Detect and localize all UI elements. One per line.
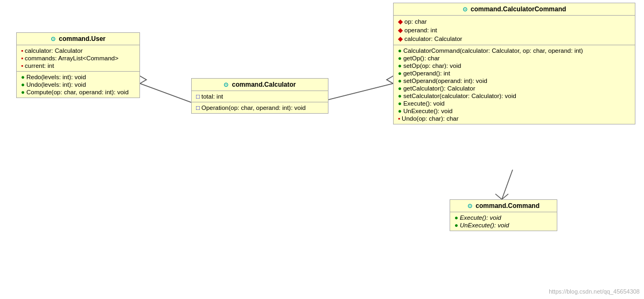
- class-command-title: command.Command: [475, 202, 540, 210]
- class-user-title: command.User: [59, 35, 106, 43]
- calccommand-field-3: ◆calculator: Calculator: [398, 34, 631, 43]
- class-user-fields: calculator: Calculator commands: ArrayLi…: [17, 45, 139, 72]
- calccommand-method-10: Undo(op: char): char: [398, 115, 631, 122]
- calculator-field-1: total: int: [196, 93, 324, 100]
- calccommand-method-8: Execute(): void: [398, 100, 631, 107]
- public-icon: [21, 89, 26, 95]
- diagram-container: ⊙ command.User calculator: Calculator co…: [0, 0, 644, 299]
- package-icon: [196, 93, 201, 100]
- class-command: ⊙ command.Command Execute(): void UnExec…: [450, 199, 557, 231]
- calccommand-method-3: setOp(op: char): void: [398, 62, 631, 69]
- command-method-2: UnExecute(): void: [454, 221, 552, 229]
- package-icon: [196, 105, 201, 111]
- public-icon: [398, 85, 403, 92]
- calccommand-method-6: getCalculator(): Calculator: [398, 85, 631, 92]
- class-calculator-title: command.Calculator: [232, 81, 296, 88]
- user-field-1: calculator: Calculator: [21, 47, 135, 54]
- public-icon: [398, 93, 403, 99]
- calculator-method-1: Operation(op: char, operand: int): void: [196, 104, 324, 112]
- command-method-1: Execute(): void: [454, 214, 552, 221]
- class-calculator: ⊙ command.Calculator total: int Operatio…: [191, 78, 328, 114]
- class-user-methods: Redo(levels: int): void Undo(levels: int…: [17, 72, 139, 98]
- watermark: https://blog.csdn.net/qq_45654308: [549, 288, 640, 295]
- public-icon: [454, 214, 460, 221]
- public-icon: [398, 55, 403, 61]
- calccommand-field-1: ◆op: char: [398, 17, 631, 26]
- calccommand-method-5: setOperand(operand: int): void: [398, 77, 631, 85]
- user-field-3: current: int: [21, 62, 135, 69]
- protected-icon: ◆: [398, 27, 403, 33]
- public-icon: [398, 108, 403, 114]
- svg-line-4: [502, 170, 513, 199]
- calccommand-pkg-icon: ⊙: [463, 6, 467, 12]
- class-command-methods: Execute(): void UnExecute(): void: [450, 212, 557, 231]
- public-icon: [398, 70, 403, 77]
- user-field-2: commands: ArrayList<Command>: [21, 54, 135, 62]
- user-method-1: Redo(levels: int): void: [21, 73, 135, 81]
- class-user: ⊙ command.User calculator: Calculator co…: [16, 32, 140, 98]
- calccommand-field-2: ◆operand: int: [398, 26, 631, 34]
- user-method-3: Compute(op: char, operand: int): void: [21, 88, 135, 96]
- class-calculator-command-title: command.CalculatorCommand: [471, 5, 566, 13]
- class-user-header: ⊙ command.User: [17, 33, 139, 45]
- public-icon: [398, 100, 403, 107]
- svg-line-2: [328, 84, 393, 100]
- class-calculator-command-methods: CalculatorCommand(calculator: Calculator…: [394, 45, 635, 124]
- class-calculator-command-header: ⊙ command.CalculatorCommand: [394, 3, 635, 16]
- class-calculator-fields: total: int: [192, 91, 328, 102]
- protected-icon: ◆: [398, 18, 403, 25]
- public-icon: [21, 81, 26, 88]
- calculator-pkg-icon: ⊙: [223, 81, 228, 88]
- class-command-header: ⊙ command.Command: [450, 200, 557, 212]
- class-calculator-methods: Operation(op: char, operand: int): void: [192, 102, 328, 113]
- public-icon: [21, 74, 26, 80]
- command-pkg-icon: ⊙: [467, 203, 472, 209]
- protected-icon: ◆: [398, 36, 403, 42]
- public-icon: [398, 62, 403, 69]
- svg-line-0: [140, 84, 191, 102]
- public-icon: [454, 222, 460, 228]
- calccommand-method-2: getOp(): char: [398, 54, 631, 62]
- calccommand-method-1: CalculatorCommand(calculator: Calculator…: [398, 47, 631, 54]
- class-calculator-header: ⊙ command.Calculator: [192, 79, 328, 91]
- user-method-2: Undo(levels: int): void: [21, 81, 135, 88]
- public-icon: [398, 47, 403, 54]
- class-calculator-command-fields: ◆op: char ◆operand: int ◆calculator: Cal…: [394, 16, 635, 45]
- calccommand-method-9: UnExecute(): void: [398, 107, 631, 115]
- public-icon: [398, 78, 403, 84]
- calccommand-method-4: getOperand(): int: [398, 69, 631, 77]
- calccommand-method-7: setCalculator(calculator: Calculator): v…: [398, 92, 631, 100]
- user-pkg-icon: ⊙: [51, 36, 55, 42]
- class-calculator-command: ⊙ command.CalculatorCommand ◆op: char ◆o…: [393, 3, 635, 124]
